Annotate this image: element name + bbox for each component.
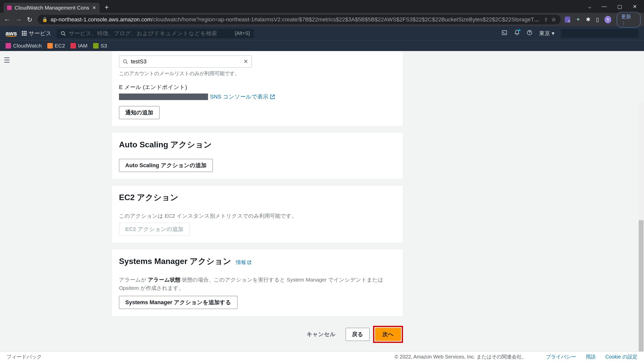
copyright-text: © 2022, Amazon Web Services, Inc. またはその関…	[395, 353, 527, 360]
aws-footer: フィードバック © 2022, Amazon Web Services, Inc…	[0, 351, 644, 362]
notification-panel: ✕ このアカウントのメールリストのみが利用可能です。 E メール (エンドポイン…	[112, 51, 403, 126]
wizard-footer-actions: キャンセル 戻る 次へ	[112, 322, 403, 350]
aws-global-header: aws サービス [Alt+S] 東京 ▾	[0, 26, 644, 40]
search-icon	[61, 31, 66, 36]
ssm-action-description: アラームが アラーム状態 状態の場合、このアクションを実行すると System …	[119, 276, 396, 292]
ec2-action-description: このアクションは EC2 インスタンス別メトリクスでのみ利用可能です。	[119, 212, 396, 220]
sns-console-link[interactable]: SNS コンソールで表示	[210, 93, 275, 101]
tab-favicon	[7, 6, 12, 10]
ec2-action-panel: EC2 アクション このアクションは EC2 インスタンス別メトリクスでのみ利用…	[112, 185, 403, 243]
highlight-annotation: 次へ	[373, 326, 403, 343]
add-ssm-action-button[interactable]: Systems Manager アクションを追加する	[119, 296, 237, 309]
aws-logo[interactable]: aws	[6, 30, 17, 37]
browser-toolbar: ← → ↻ 🔒 ap-northeast-1.console.aws.amazo…	[0, 13, 644, 26]
svg-line-5	[126, 63, 128, 64]
favorite-service-iam[interactable]: IAM	[70, 43, 87, 49]
window-dropdown-icon[interactable]: ⌵	[588, 4, 591, 10]
clear-search-icon[interactable]: ✕	[244, 58, 248, 65]
nav-back-icon[interactable]: ←	[4, 16, 11, 24]
add-notification-button[interactable]: 通知の追加	[119, 106, 159, 119]
tab-close-icon[interactable]: ✕	[92, 5, 96, 11]
ssm-action-panel: Systems Manager アクション 情報 アラームが アラーム状態 状態…	[112, 249, 403, 316]
window-controls: ⌵ — ▢ ✕	[588, 4, 644, 10]
region-selector[interactable]: 東京 ▾	[539, 30, 554, 37]
feedback-link[interactable]: フィードバック	[7, 353, 42, 360]
scrollbar-thumb[interactable]	[639, 220, 643, 362]
search-icon	[123, 59, 128, 64]
sidebar-toggle-icon[interactable]: ☰	[4, 56, 10, 64]
aws-search-input[interactable]	[69, 30, 232, 37]
url-text: ap-northeast-1.console.aws.amazon.com/cl…	[51, 16, 541, 23]
ssm-info-link[interactable]: 情報	[236, 259, 252, 265]
svg-point-4	[124, 60, 127, 63]
aws-search[interactable]: [Alt+S]	[57, 29, 254, 38]
svg-rect-2	[502, 31, 507, 35]
nav-forward-icon[interactable]: →	[15, 16, 22, 24]
lock-icon: 🔒	[42, 17, 48, 22]
tab-title: CloudWatch Management Cons	[15, 5, 89, 11]
side-panel-icon[interactable]: ▯	[596, 16, 599, 23]
sns-topic-search[interactable]: ✕	[119, 56, 252, 68]
new-tab-button[interactable]: +	[105, 3, 109, 11]
sns-topic-search-input[interactable]	[131, 58, 240, 65]
add-ec2-action-button: EC2 アクションの追加	[119, 223, 190, 236]
favorite-service-cloudwatch[interactable]: CloudWatch	[6, 43, 42, 49]
url-bar[interactable]: 🔒 ap-northeast-1.console.aws.amazon.com/…	[37, 15, 561, 24]
extensions-puzzle-icon[interactable]: ✱	[586, 16, 590, 23]
aws-service-favorites-bar: CloudWatch EC2 IAM S3	[0, 40, 644, 51]
grid-icon	[22, 31, 27, 36]
bookmark-icon[interactable]: ☆	[551, 16, 556, 23]
autoscaling-panel: Auto Scaling アクション Auto Scaling アクションの追加	[112, 132, 403, 179]
browser-tab-strip: CloudWatch Management Cons ✕ + ⌵ — ▢ ✕	[0, 0, 644, 13]
window-minimize-icon[interactable]: —	[602, 4, 607, 10]
notifications-bell-icon[interactable]	[514, 30, 520, 37]
scrollbar-track[interactable]	[638, 102, 644, 362]
endpoint-value-redacted	[119, 94, 208, 100]
cancel-button[interactable]: キャンセル	[301, 328, 342, 341]
autoscaling-title: Auto Scaling アクション	[119, 139, 396, 150]
favorite-service-ec2[interactable]: EC2	[47, 43, 65, 49]
external-link-icon	[270, 94, 275, 99]
extension-icon[interactable]: ✦	[576, 16, 580, 23]
cloudshell-icon[interactable]	[501, 30, 507, 37]
endpoint-label: E メール (エンドポイント)	[119, 83, 396, 91]
window-close-icon[interactable]: ✕	[633, 4, 637, 10]
services-menu-button[interactable]: サービス	[22, 30, 52, 37]
svg-line-1	[64, 34, 65, 35]
search-shortcut: [Alt+S]	[235, 30, 250, 36]
cookie-settings-link[interactable]: Cookie の設定	[605, 353, 637, 360]
privacy-link[interactable]: プライバシー	[546, 353, 576, 360]
browser-tab[interactable]: CloudWatch Management Cons ✕	[4, 3, 100, 13]
favorite-service-s3[interactable]: S3	[93, 43, 107, 49]
browser-update-button[interactable]: 更新 ⋮	[617, 12, 640, 27]
share-icon[interactable]: ⇧	[544, 17, 548, 23]
add-autoscaling-action-button[interactable]: Auto Scaling アクションの追加	[119, 159, 213, 172]
extension-badge[interactable]	[565, 17, 570, 23]
topic-help-text: このアカウントのメールリストのみが利用可能です。	[119, 70, 396, 77]
window-maximize-icon[interactable]: ▢	[617, 4, 622, 10]
account-menu[interactable]	[561, 29, 638, 38]
back-button[interactable]: 戻る	[346, 328, 370, 341]
nav-reload-icon[interactable]: ↻	[26, 16, 33, 24]
profile-avatar[interactable]: h	[605, 16, 611, 23]
ec2-action-title: EC2 アクション	[119, 192, 396, 203]
ssm-action-title: Systems Manager アクション 情報	[119, 256, 396, 267]
terms-link[interactable]: 用語	[586, 353, 596, 360]
next-button[interactable]: 次へ	[375, 328, 401, 341]
help-icon[interactable]	[527, 30, 533, 37]
svg-point-0	[61, 31, 65, 35]
